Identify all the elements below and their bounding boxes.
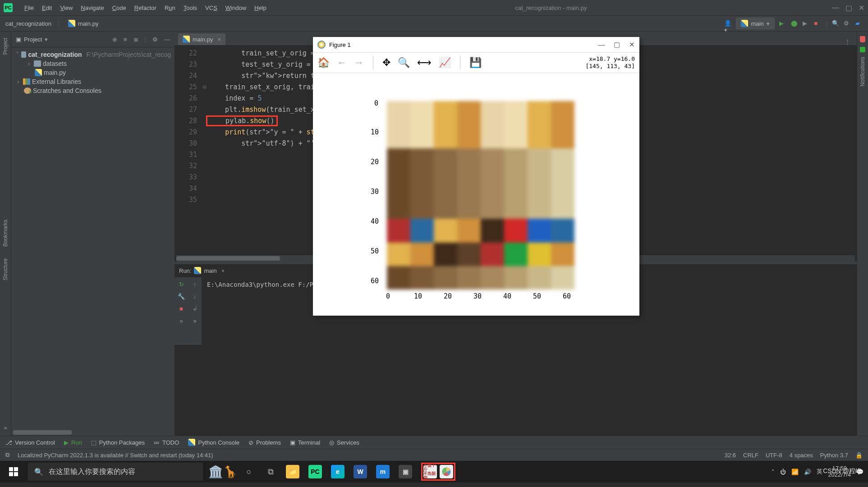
start-button[interactable] <box>5 463 23 481</box>
expand-icon[interactable]: › <box>26 60 32 67</box>
stop-icon[interactable]: ■ <box>179 305 183 312</box>
battery-icon[interactable]: ⏻ <box>780 469 786 475</box>
plot-area[interactable]: 0 10 20 30 40 50 60 0 10 20 30 40 50 60 <box>313 73 639 317</box>
coverage-icon[interactable]: ▶ <box>803 20 810 27</box>
menu-tools[interactable]: Tools <box>180 3 201 13</box>
event-log-icon[interactable]: ⧉ <box>5 451 9 459</box>
maximize-icon[interactable]: ▢ <box>614 41 620 49</box>
run-icon[interactable]: ▶ <box>779 20 786 27</box>
sidebar-tab-notifications[interactable]: Notifications <box>859 55 866 88</box>
locate-icon[interactable]: ⊕ <box>112 36 117 43</box>
up-icon[interactable]: ↑ <box>193 281 197 288</box>
down-icon[interactable]: ↓ <box>193 293 197 300</box>
edge-icon[interactable]: e <box>331 465 344 478</box>
minimize-icon[interactable]: — <box>832 4 839 12</box>
stop-icon[interactable]: ■ <box>814 20 822 27</box>
back-icon[interactable]: ← <box>337 57 347 69</box>
hide-icon[interactable]: — <box>164 36 170 43</box>
tree-item-scratches[interactable]: Scratches and Consoles <box>11 86 175 95</box>
tool-todo[interactable]: ≔TODO <box>154 439 179 446</box>
lock-icon[interactable]: 🔒 <box>855 452 863 459</box>
menu-window[interactable]: Window <box>222 3 250 13</box>
save-icon[interactable]: 💾 <box>469 57 482 69</box>
figure-window-taskbar-icon[interactable] <box>440 465 453 478</box>
rerun-icon[interactable]: ↻ <box>179 281 184 288</box>
status-interpreter[interactable]: Python 3.7 <box>820 452 848 459</box>
menu-code[interactable]: Code <box>109 3 130 13</box>
menu-vcs[interactable]: VCS <box>202 3 221 13</box>
sidebar-tab-bookmarks[interactable]: Bookmarks <box>2 218 9 248</box>
app-icon[interactable]: m <box>376 465 390 478</box>
minimize-icon[interactable]: — <box>598 41 605 49</box>
project-hscrollbar[interactable] <box>13 429 173 436</box>
tree-item-datasets[interactable]: › datasets <box>11 59 175 68</box>
word-icon[interactable]: W <box>354 465 367 478</box>
more-icon[interactable]: » <box>193 317 196 324</box>
analysis-icon[interactable] <box>860 47 865 52</box>
status-caret-pos[interactable]: 32:6 <box>725 452 736 459</box>
forward-icon[interactable]: → <box>354 57 364 69</box>
menu-navigate[interactable]: Navigate <box>77 3 107 13</box>
close-icon[interactable]: ✕ <box>629 41 635 49</box>
tool-version-control[interactable]: ⎇Version Control <box>5 439 55 446</box>
notifications-icon[interactable] <box>860 36 865 42</box>
status-encoding[interactable]: UTF-8 <box>766 452 782 459</box>
marketplace-icon[interactable]: ▰ <box>855 20 863 27</box>
collapse-all-icon[interactable]: ≣ <box>133 36 138 43</box>
status-message[interactable]: Localized PyCharm 2022.1.3 is available … <box>18 452 213 459</box>
menu-run[interactable]: Run <box>161 3 179 13</box>
app-icon[interactable]: 不值千斤不负韶华 <box>423 465 437 478</box>
figure-window[interactable]: Figure 1 — ▢ ✕ 🏠 ← → ✥ 🔍 ⟷ 📈 💾 x=18.7 y=… <box>313 37 639 316</box>
tab-overflow-icon[interactable]: ⋮ <box>842 38 853 45</box>
run-config-selector[interactable]: main ▾ <box>736 18 774 29</box>
task-view-icon[interactable]: ⧉ <box>264 465 277 478</box>
status-indent[interactable]: 4 spaces <box>790 452 813 459</box>
cmd-icon[interactable]: ▣ <box>399 465 412 478</box>
collapse-icon[interactable]: ˅ <box>15 51 19 58</box>
tool-problems[interactable]: ⊘Problems <box>248 439 281 446</box>
cortana-icon[interactable]: ○ <box>243 465 255 478</box>
tool-run[interactable]: ▶Run <box>64 439 82 446</box>
tool-terminal[interactable]: ▣Terminal <box>290 439 320 446</box>
chevron-down-icon[interactable]: ▾ <box>45 36 48 43</box>
soft-wrap-icon[interactable]: ↲ <box>193 305 197 312</box>
tree-item-external-libraries[interactable]: › External Libraries <box>11 77 175 86</box>
configure-subplots-icon[interactable]: ⟷ <box>417 57 432 69</box>
debug-icon[interactable]: ⬤ <box>791 20 798 27</box>
pycharm-taskbar-icon[interactable]: PC <box>308 465 322 478</box>
pan-icon[interactable]: ✥ <box>382 57 390 69</box>
tray-expand-icon[interactable]: ˄ <box>772 469 775 475</box>
menu-refactor[interactable]: Refactor <box>131 3 160 13</box>
close-tab-icon[interactable]: × <box>218 36 221 43</box>
maximize-icon[interactable]: ▢ <box>845 4 852 12</box>
axes-options-icon[interactable]: 📈 <box>439 57 451 69</box>
sidebar-tab-structure[interactable]: Structure <box>2 257 9 282</box>
wifi-icon[interactable]: 📶 <box>791 469 799 475</box>
more-icon[interactable]: » <box>4 424 7 431</box>
status-line-ending[interactable]: CRLF <box>743 452 758 459</box>
taskbar-search[interactable]: 🔍 在这里输入你要搜索的内容 <box>28 463 203 481</box>
menu-help[interactable]: Help <box>251 3 270 13</box>
tool-services[interactable]: ◎Services <box>329 439 359 446</box>
tool-settings-icon[interactable]: ⚙ <box>152 36 158 43</box>
more-icon[interactable]: » <box>179 317 183 324</box>
settings-icon[interactable]: ⚙ <box>844 20 851 27</box>
close-run-tab-icon[interactable]: × <box>221 267 225 274</box>
tree-root[interactable]: ˅ cat_recognization F:\PycharmProjects\c… <box>11 50 175 59</box>
tool-python-console[interactable]: Python Console <box>188 439 239 446</box>
search-everywhere-icon[interactable]: 🔍 <box>832 20 839 27</box>
menu-edit[interactable]: Edit <box>38 3 55 13</box>
editor-tab-main[interactable]: main.py × <box>178 33 225 45</box>
expand-icon[interactable]: › <box>15 78 21 85</box>
volume-icon[interactable]: 🔊 <box>804 469 811 475</box>
figure-titlebar[interactable]: Figure 1 — ▢ ✕ <box>313 37 639 53</box>
project-panel-title[interactable]: Project <box>24 36 42 43</box>
menu-file[interactable]: File <box>21 3 37 13</box>
user-icon[interactable]: 👤▾ <box>724 20 731 27</box>
wrench-icon[interactable]: 🔧 <box>178 293 185 300</box>
menu-view[interactable]: View <box>56 3 76 13</box>
breadcrumb-project[interactable]: cat_recognization <box>5 20 51 27</box>
tool-python-packages[interactable]: ⬚Python Packages <box>91 439 145 446</box>
explorer-icon[interactable]: 📁 <box>286 465 299 478</box>
zoom-icon[interactable]: 🔍 <box>398 57 410 69</box>
